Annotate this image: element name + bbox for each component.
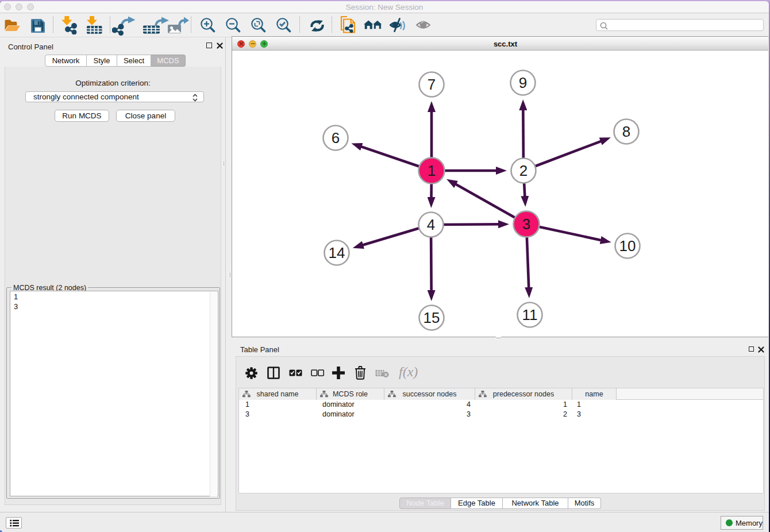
- svg-text:15: 15: [424, 309, 440, 326]
- svg-text:9: 9: [519, 74, 527, 91]
- svg-text:3: 3: [522, 215, 530, 233]
- svg-text:6: 6: [332, 129, 340, 147]
- svg-text:7: 7: [428, 76, 436, 93]
- svg-text:10: 10: [619, 237, 636, 255]
- svg-text:11: 11: [522, 306, 538, 323]
- svg-text:1: 1: [428, 162, 436, 179]
- svg-text:14: 14: [329, 244, 345, 261]
- svg-text:4: 4: [427, 216, 435, 233]
- svg-text:8: 8: [622, 123, 630, 140]
- svg-text:2: 2: [519, 162, 528, 179]
